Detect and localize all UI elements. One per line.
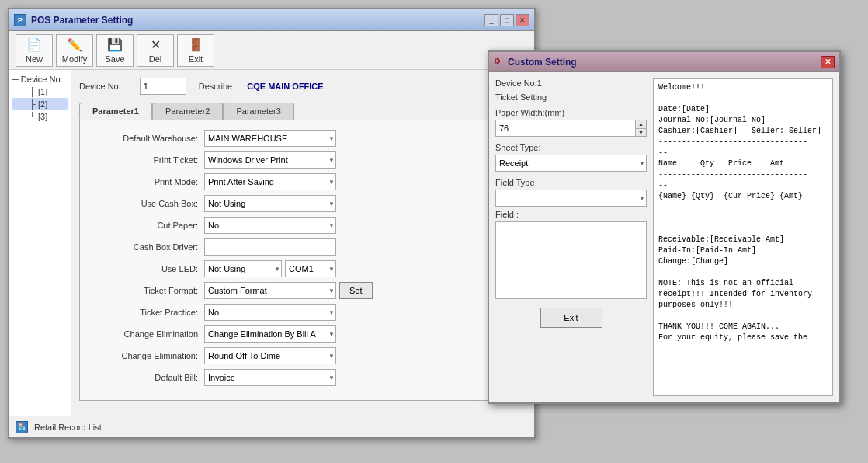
print-mode-select[interactable]: Print After Saving bbox=[204, 173, 336, 190]
custom-body: Device No:1 Ticket Setting Paper Width:(… bbox=[489, 72, 839, 402]
paper-width-input[interactable] bbox=[496, 120, 635, 136]
custom-ticket-setting: Ticket Setting bbox=[495, 92, 647, 102]
device-no-label: Device No: bbox=[79, 82, 127, 91]
save-icon: 💾 bbox=[106, 37, 123, 53]
tree-panel: ─ Device No ├ [1] ├ [2] └ [3] bbox=[9, 70, 71, 437]
status-bar: 🏪 Retail Record List bbox=[9, 416, 534, 437]
tree-item-3[interactable]: └ [3] bbox=[12, 110, 68, 123]
tree-item-1[interactable]: ├ [1] bbox=[12, 85, 68, 98]
spinner-up-button[interactable]: ▲ bbox=[636, 120, 646, 129]
paper-width-spinner: ▲ ▼ bbox=[495, 120, 647, 137]
toolbar: 📄 New ✏️ Modify 💾 Save ✕ Del 🚪 Exit bbox=[9, 31, 534, 70]
ticket-practice-label: Ticket Practice: bbox=[89, 308, 204, 317]
tree-item-2[interactable]: ├ [2] bbox=[12, 98, 68, 110]
minimize-btn[interactable]: _ bbox=[484, 14, 498, 26]
tab-parameter1[interactable]: Parameter1 bbox=[79, 103, 152, 120]
use-led-select-wrapper: Not Using ▼ bbox=[204, 260, 282, 277]
exit-button[interactable]: 🚪 Exit bbox=[177, 34, 214, 67]
spinner-down-button[interactable]: ▼ bbox=[636, 129, 646, 137]
field-type-group: Field Type ▼ bbox=[495, 178, 647, 207]
custom-window-title: Custom Setting bbox=[508, 57, 821, 68]
change-elimination-2-select[interactable]: Round Off To Dime bbox=[204, 347, 336, 364]
default-bill-select-wrapper: Invoice ▼ bbox=[204, 369, 336, 386]
sheet-type-select[interactable]: Receipt Invoice Other bbox=[495, 155, 647, 172]
status-bar-icon: 🏪 bbox=[16, 421, 28, 433]
change-elimination-2-label: Change Elimination: bbox=[89, 351, 204, 360]
print-mode-label: Print Mode: bbox=[89, 177, 204, 186]
maximize-btn[interactable]: □ bbox=[500, 14, 514, 26]
use-cash-box-label: Use Cash Box: bbox=[89, 199, 204, 208]
print-ticket-label: Print Ticket: bbox=[89, 155, 204, 165]
cash-box-driver-label: Cash Box Driver: bbox=[89, 242, 204, 252]
set-button[interactable]: Set bbox=[339, 282, 373, 299]
field-textarea[interactable] bbox=[495, 221, 647, 299]
field-label: Field : bbox=[495, 210, 647, 219]
com-port-select-wrapper: COM1 ▼ bbox=[285, 260, 336, 277]
exit-icon: 🚪 bbox=[187, 37, 204, 53]
new-button[interactable]: 📄 New bbox=[16, 34, 53, 67]
ticket-practice-select[interactable]: No bbox=[204, 304, 336, 321]
use-led-select[interactable]: Not Using bbox=[204, 260, 282, 277]
window-controls: _ □ ✕ bbox=[484, 14, 529, 26]
ticket-format-label: Ticket Format: bbox=[89, 286, 204, 295]
save-button[interactable]: 💾 Save bbox=[96, 34, 134, 67]
paper-width-group: Paper Width:(mm) ▲ ▼ bbox=[495, 108, 647, 137]
describe-value: CQE MAIN OFFICE bbox=[247, 82, 323, 91]
print-ticket-select-wrapper: Windows Driver Print ▼ bbox=[204, 151, 336, 169]
custom-close-button[interactable]: ✕ bbox=[821, 56, 835, 68]
del-icon: ✕ bbox=[147, 37, 164, 53]
sheet-type-label: Sheet Type: bbox=[495, 143, 647, 152]
field-group: Field : bbox=[495, 210, 647, 301]
cut-paper-row: Cut Paper: No ▼ bbox=[89, 217, 516, 234]
change-elimination-1-label: Change Elimination bbox=[89, 329, 204, 339]
default-warehouse-select-wrapper: MAIN WAREHOUSE ▼ bbox=[204, 130, 336, 147]
ticket-format-select-wrapper: Custom Format ▼ bbox=[204, 282, 336, 299]
close-btn[interactable]: ✕ bbox=[516, 14, 529, 26]
describe-label: Describe: bbox=[199, 82, 234, 91]
use-led-label: Use LED: bbox=[89, 264, 204, 273]
default-warehouse-select[interactable]: MAIN WAREHOUSE bbox=[204, 130, 336, 147]
led-row: Not Using ▼ COM1 ▼ bbox=[204, 260, 336, 277]
use-cash-box-select[interactable]: Not Using bbox=[204, 195, 336, 212]
field-type-label: Field Type bbox=[495, 178, 647, 187]
com-port-select[interactable]: COM1 bbox=[285, 260, 336, 277]
tab-parameter2[interactable]: Parameter2 bbox=[152, 103, 223, 120]
custom-exit-button[interactable]: Exit bbox=[540, 308, 602, 328]
status-bar-text: Retail Record List bbox=[34, 423, 102, 432]
tab-parameter3[interactable]: Parameter3 bbox=[223, 103, 293, 120]
del-button[interactable]: ✕ Del bbox=[137, 34, 174, 67]
sheet-type-select-wrapper: Receipt Invoice Other ▼ bbox=[495, 155, 647, 172]
cash-box-driver-input[interactable] bbox=[204, 238, 336, 256]
sheet-type-group: Sheet Type: Receipt Invoice Other ▼ bbox=[495, 143, 647, 172]
ticket-format-select[interactable]: Custom Format bbox=[204, 282, 336, 299]
modify-button[interactable]: ✏️ Modify bbox=[56, 34, 93, 67]
print-mode-select-wrapper: Print After Saving ▼ bbox=[204, 173, 336, 190]
cut-paper-select-wrapper: No ▼ bbox=[204, 217, 336, 234]
print-ticket-row: Print Ticket: Windows Driver Print ▼ bbox=[89, 151, 516, 169]
default-bill-select[interactable]: Invoice bbox=[204, 369, 336, 386]
custom-left-panel: Device No:1 Ticket Setting Paper Width:(… bbox=[495, 78, 647, 396]
spinner-buttons: ▲ ▼ bbox=[635, 120, 646, 136]
print-mode-row: Print Mode: Print After Saving ▼ bbox=[89, 173, 516, 190]
device-no-input[interactable] bbox=[140, 78, 186, 95]
field-type-select[interactable] bbox=[495, 190, 647, 207]
change-elimination-1-row: Change Elimination Change Elimination By… bbox=[89, 325, 516, 343]
main-window-title: POS Parameter Setting bbox=[31, 15, 484, 26]
new-icon: 📄 bbox=[26, 37, 43, 53]
change-elimination-1-select-wrapper: Change Elimination By Bill A ▼ bbox=[204, 325, 336, 343]
default-bill-label: Default Bill: bbox=[89, 373, 204, 382]
tabs-container: Parameter1 Parameter2 Parameter3 Default… bbox=[79, 103, 526, 401]
custom-device-no: Device No:1 bbox=[495, 78, 647, 88]
print-ticket-select[interactable]: Windows Driver Print bbox=[204, 151, 336, 169]
modify-icon: ✏️ bbox=[66, 37, 83, 53]
tree-root: ─ Device No bbox=[12, 73, 68, 85]
change-elimination-2-select-wrapper: Round Off To Dime ▼ bbox=[204, 347, 336, 364]
default-warehouse-label: Default Warehouse: bbox=[89, 134, 204, 143]
ticket-row: Custom Format ▼ Set bbox=[204, 282, 373, 299]
ticket-practice-select-wrapper: No ▼ bbox=[204, 304, 336, 321]
custom-window-icon: ⚙ bbox=[494, 57, 505, 68]
custom-setting-window: ⚙ Custom Setting ✕ Device No:1 Ticket Se… bbox=[488, 50, 841, 404]
device-row: Device No: Describe: CQE MAIN OFFICE bbox=[79, 78, 526, 95]
cut-paper-select[interactable]: No bbox=[204, 217, 336, 234]
change-elimination-1-select[interactable]: Change Elimination By Bill A bbox=[204, 325, 336, 343]
